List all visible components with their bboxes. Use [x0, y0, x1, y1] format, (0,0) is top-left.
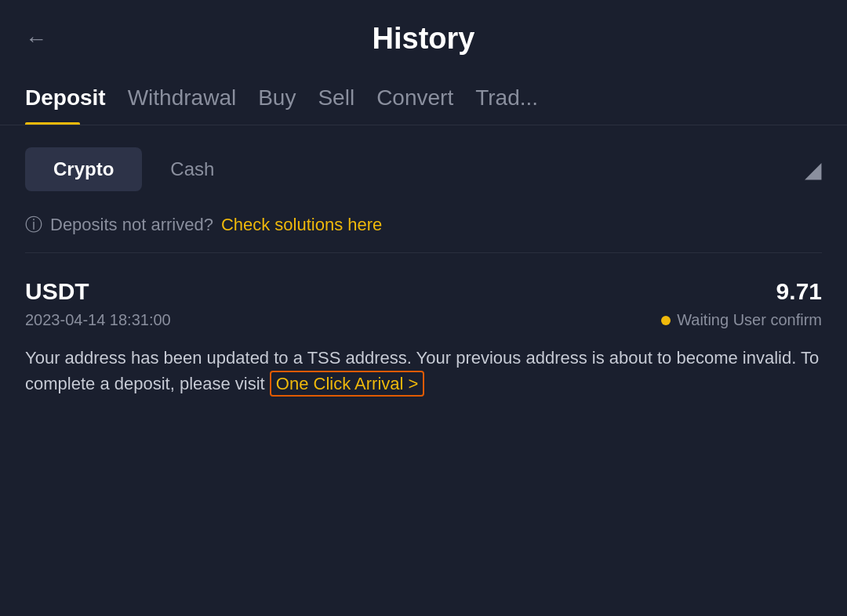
- tab-withdrawal[interactable]: Withdrawal: [128, 71, 258, 125]
- notice-link[interactable]: Check solutions here: [221, 215, 382, 235]
- tab-trade[interactable]: Trad...: [475, 71, 560, 125]
- info-icon: ⓘ: [25, 213, 42, 237]
- tabs-container: Deposit Withdrawal Buy Sell Convert Trad…: [0, 71, 847, 125]
- status-dot: [661, 316, 671, 325]
- transaction-message: Your address has been updated to a TSS a…: [25, 345, 822, 397]
- page-title: History: [373, 22, 475, 56]
- filter-buttons: Crypto Cash: [25, 147, 242, 191]
- transaction-status: Waiting User confirm: [661, 311, 822, 329]
- transaction-meta: 2023-04-14 18:31:00 Waiting User confirm: [25, 311, 822, 329]
- status-text: Waiting User confirm: [677, 311, 822, 329]
- transaction-header: USDT 9.71: [25, 278, 822, 305]
- transaction-date: 2023-04-14 18:31:00: [25, 311, 171, 329]
- transaction-currency: USDT: [25, 278, 89, 305]
- tab-buy[interactable]: Buy: [258, 71, 318, 125]
- crypto-filter-button[interactable]: Crypto: [25, 147, 142, 191]
- tab-convert[interactable]: Convert: [376, 71, 475, 125]
- tab-sell[interactable]: Sell: [318, 71, 376, 125]
- back-button[interactable]: ←: [25, 27, 47, 52]
- notice-text: Deposits not arrived?: [50, 215, 213, 235]
- cash-filter-button[interactable]: Cash: [142, 147, 242, 191]
- transaction-amount: 9.71: [776, 278, 822, 305]
- filter-icon[interactable]: ◢: [805, 157, 822, 183]
- back-icon: ←: [25, 27, 47, 52]
- header: ← History: [0, 0, 847, 71]
- notice-bar: ⓘ Deposits not arrived? Check solutions …: [0, 213, 847, 252]
- transaction-item: USDT 9.71 2023-04-14 18:31:00 Waiting Us…: [0, 253, 847, 415]
- one-click-arrival-link[interactable]: One Click Arrival >: [270, 371, 425, 397]
- tab-deposit[interactable]: Deposit: [25, 71, 128, 125]
- filter-section: Crypto Cash ◢: [0, 125, 847, 213]
